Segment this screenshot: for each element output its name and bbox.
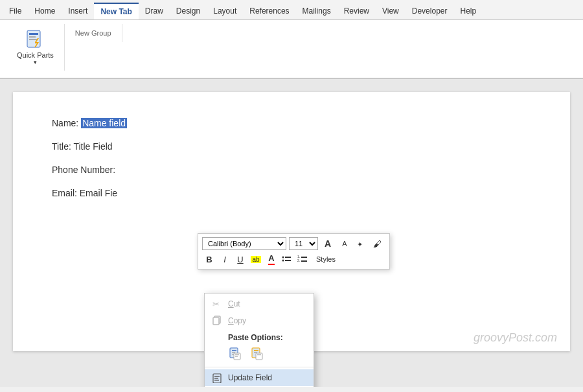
clear-format-icon: ✦ [356, 238, 367, 249]
svg-rect-19 [232, 350, 236, 351]
watermark: groovyPost.com [474, 331, 557, 345]
underline-button[interactable]: U [233, 252, 247, 266]
paste-merge-icon [251, 347, 265, 361]
svg-rect-17 [213, 317, 219, 325]
ribbon-tab-draw[interactable]: Draw [139, 3, 170, 19]
quick-parts-icon [25, 29, 45, 50]
font-grow-button[interactable]: A [321, 236, 335, 251]
svg-rect-27 [254, 352, 257, 353]
svg-point-9 [282, 260, 284, 262]
font-shrink-button[interactable]: A [337, 236, 352, 251]
ctx-paste-options-label: Paste Options: [205, 329, 314, 343]
ribbon-tab-view[interactable]: View [376, 3, 406, 19]
ctx-paste-label: Paste Options: [228, 333, 283, 342]
paste-options-spacer [212, 332, 223, 343]
context-menu: ✂ Cut Copy Paste Options: [204, 293, 314, 387]
phone-label: Phone Number: [52, 165, 115, 175]
numbering-icon: 1. 2. [297, 255, 308, 264]
ribbon-tab-help[interactable]: Help [453, 3, 483, 19]
svg-rect-12 [301, 257, 307, 258]
document-page: Name: Name field Title: Title Field Phon… [13, 92, 570, 351]
italic-button[interactable]: I [218, 252, 232, 266]
ctx-paste-row [205, 343, 314, 365]
svg-text:✦: ✦ [357, 240, 363, 248]
bullets-icon [282, 255, 292, 264]
paste-keep-source-icon [229, 347, 243, 361]
ctx-sep-1 [205, 367, 314, 367]
doc-line-email: Email: Email Fie [52, 188, 531, 198]
bold-button[interactable]: B [202, 252, 216, 266]
paint-icon: 🖌 [373, 238, 383, 249]
copy-icon [212, 316, 223, 326]
document-area: Name: Name field Title: Title Field Phon… [0, 79, 583, 387]
name-label: Name: [52, 118, 81, 128]
bullets-button[interactable] [280, 252, 294, 266]
svg-rect-32 [214, 378, 218, 379]
svg-text:🖌: 🖌 [373, 239, 382, 249]
svg-rect-1 [29, 33, 38, 35]
ctx-copy-label: Copy [228, 316, 246, 325]
svg-rect-31 [214, 376, 220, 377]
svg-rect-8 [285, 257, 291, 258]
ctx-copy[interactable]: Copy [205, 312, 314, 329]
title-label: Title: Title Field [52, 141, 113, 152]
quick-parts-label: Quick Parts [17, 51, 54, 59]
font-size-selector[interactable]: 11 [289, 237, 318, 250]
paste-spacer-icon [212, 349, 223, 359]
ribbon-tab-layout[interactable]: Layout [207, 3, 243, 19]
ribbon-tab-developer[interactable]: Developer [406, 3, 454, 19]
ribbon-tab-review[interactable]: Review [337, 3, 376, 19]
svg-rect-26 [254, 350, 258, 351]
ctx-update-field-label: Update Field [228, 373, 272, 382]
cut-icon: ✂ [212, 299, 223, 309]
styles-button[interactable]: Styles [311, 254, 341, 264]
ribbon-content: Quick Parts ▾ New Group [0, 20, 583, 78]
doc-line-phone: Phone Number: [52, 165, 531, 175]
ctx-cut[interactable]: ✂ Cut [205, 295, 314, 312]
name-value: Name field [81, 118, 127, 128]
svg-rect-28 [256, 353, 262, 360]
svg-text:✂: ✂ [212, 299, 220, 309]
email-label: Email: Email Fie [52, 188, 117, 198]
svg-rect-23 [235, 354, 239, 355]
ribbon-tab-references[interactable]: References [243, 3, 295, 19]
svg-rect-20 [232, 352, 235, 353]
ctx-cut-label: Cut [228, 299, 240, 308]
paste-merge-button[interactable] [249, 345, 267, 363]
ribbon-tab-insert[interactable]: Insert [62, 3, 94, 19]
svg-rect-33 [214, 380, 219, 381]
toolbar-row-1: Calibri (Body) 11 A A ✦ 🖌 [202, 236, 385, 251]
ribbon-tab-mailings[interactable]: Mailings [296, 3, 337, 19]
ctx-update-field[interactable]: Update Field [205, 369, 314, 386]
doc-line-name: Name: Name field [52, 118, 531, 128]
new-group-section: New Group [65, 24, 122, 42]
doc-line-title: Title: Title Field [52, 141, 531, 152]
ribbon-tab-home[interactable]: Home [28, 3, 62, 19]
font-color-button[interactable]: A [264, 252, 279, 266]
svg-rect-3 [29, 39, 37, 40]
svg-text:2.: 2. [297, 259, 300, 262]
quick-parts-group: Quick Parts ▾ [6, 24, 65, 71]
ribbon-tab-file[interactable]: File [3, 3, 28, 19]
quick-parts-arrow: ▾ [34, 59, 37, 65]
toolbar-row-2: B I U ab A [202, 252, 385, 266]
floating-toolbar: Calibri (Body) 11 A A ✦ 🖌 [198, 233, 390, 270]
ribbon-tab-newtab[interactable]: New Tab [94, 3, 138, 19]
quick-parts-button[interactable]: Quick Parts ▾ [12, 27, 59, 68]
svg-point-7 [282, 257, 284, 259]
new-group-label: New Group [70, 27, 117, 40]
highlight-button[interactable]: ab [249, 252, 263, 266]
paste-keep-source-button[interactable] [227, 345, 245, 363]
svg-rect-29 [257, 354, 261, 355]
paint-format-button[interactable]: 🖌 [371, 236, 385, 251]
svg-rect-14 [301, 260, 307, 262]
clear-format-button[interactable]: ✦ [354, 236, 369, 251]
ribbon-tab-design[interactable]: Design [170, 3, 207, 19]
numbering-button[interactable]: 1. 2. [295, 252, 310, 266]
ctx-edit-field[interactable]: Edit Field... [205, 386, 314, 387]
update-field-icon [212, 373, 223, 383]
svg-rect-2 [29, 36, 36, 38]
ribbon-tabs: FileHomeInsertNew TabDrawDesignLayoutRef… [0, 0, 583, 20]
svg-rect-10 [285, 260, 291, 261]
font-selector[interactable]: Calibri (Body) [202, 237, 286, 250]
